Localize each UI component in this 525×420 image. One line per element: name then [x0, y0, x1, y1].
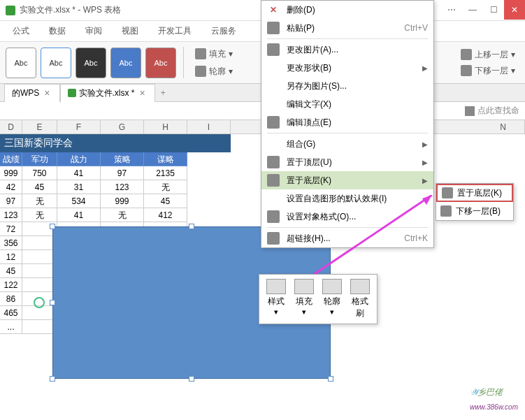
add-tab-button[interactable]: + — [155, 85, 171, 101]
cell[interactable]: ... — [0, 320, 22, 334]
table-title[interactable]: 三国新委同学会 — [0, 134, 231, 152]
cell[interactable]: 122 — [0, 278, 22, 292]
cell[interactable]: 750 — [22, 166, 57, 180]
ctx-paste[interactable]: 粘贴(P)Ctrl+V — [261, 19, 433, 37]
ctx-edit-points[interactable]: 编辑顶点(E) — [261, 113, 433, 131]
cell[interactable]: 356 — [0, 236, 22, 250]
fill-label: 填充 — [209, 48, 226, 60]
ctx-save-as-image[interactable]: 另存为图片(S)... — [261, 77, 433, 95]
outline-button[interactable]: 轮廓 ▾ — [191, 64, 237, 79]
col-E[interactable]: E — [22, 120, 57, 133]
ctx-format-object[interactable]: 设置对象格式(O)... — [261, 208, 433, 226]
hdr-cell[interactable]: 策略 — [101, 152, 144, 166]
delete-icon: ✕ — [267, 3, 280, 16]
cell[interactable]: 123 — [101, 180, 144, 194]
shape-style-4[interactable]: Abc — [110, 48, 141, 78]
col-D[interactable]: D — [0, 120, 22, 133]
hdr-cell[interactable]: 军功 — [22, 152, 57, 166]
resize-handle[interactable] — [189, 224, 194, 229]
fb-fill[interactable]: 填充 ▾ — [290, 277, 318, 321]
maximize-button[interactable]: ☐ — [483, 0, 504, 20]
cell[interactable]: 72 — [0, 222, 22, 236]
fb-style[interactable]: 样式 ▾ — [262, 277, 290, 321]
minimize-button[interactable]: — — [462, 0, 483, 20]
ctx-group[interactable]: 组合(G)▶ — [261, 135, 433, 153]
sub-send-to-back[interactable]: 置于底层(K) — [436, 184, 513, 202]
ctx-bring-to-front[interactable]: 置于顶层(U)▶ — [261, 153, 433, 171]
fill-button[interactable]: 填充 ▾ — [191, 47, 237, 61]
cell[interactable]: 12 — [0, 250, 22, 264]
tab-file[interactable]: 实验文件.xlsx *× — [60, 84, 155, 102]
send-backward-button[interactable]: 下移一层 ▾ — [456, 64, 519, 78]
resize-handle[interactable] — [328, 376, 333, 382]
cell[interactable]: 42 — [0, 180, 22, 194]
tab-close-icon[interactable]: × — [42, 87, 52, 99]
cell[interactable]: 41 — [57, 166, 101, 180]
cell[interactable]: 97 — [101, 166, 144, 180]
bring-forward-button[interactable]: 上移一层 ▾ — [456, 48, 519, 62]
tab-label: 的WPS — [12, 87, 39, 99]
cell[interactable]: 97 — [0, 194, 22, 208]
menu-devtools[interactable]: 开发工具 — [148, 25, 201, 37]
cell[interactable]: 123 — [0, 208, 22, 222]
cell[interactable]: 45 — [22, 180, 57, 194]
spacer — [267, 61, 280, 74]
cell[interactable]: 86 — [0, 292, 22, 306]
ctx-hyperlink[interactable]: 超链接(H)...Ctrl+K — [261, 229, 433, 247]
fb-outline[interactable]: 轮廓 ▾ — [318, 277, 346, 321]
col-G[interactable]: G — [101, 120, 144, 133]
spacer — [267, 80, 280, 92]
cell[interactable]: 412 — [144, 208, 187, 222]
close-button[interactable]: ✕ — [504, 0, 525, 20]
rotate-handle[interactable] — [34, 297, 45, 308]
cell[interactable]: 无 — [22, 194, 57, 208]
context-menu: ✕删除(D) 粘贴(P)Ctrl+V 更改图片(A)... 更改形状(B)▶ 另… — [261, 0, 434, 248]
tab-wps[interactable]: 的WPS× — [4, 84, 60, 102]
cell[interactable]: 465 — [0, 306, 22, 320]
cell[interactable]: 45 — [0, 264, 22, 278]
shape-style-3[interactable]: Abc — [75, 48, 106, 78]
cell[interactable]: 45 — [144, 194, 187, 208]
resize-handle[interactable] — [50, 224, 55, 229]
shape-style-1[interactable]: Abc — [6, 48, 36, 78]
ctx-change-shape[interactable]: 更改形状(B)▶ — [261, 59, 433, 77]
fb-format-painter[interactable]: 格式刷 — [346, 277, 374, 321]
ctx-edit-text[interactable]: 编辑文字(X) — [261, 95, 433, 113]
cell[interactable]: 无 — [101, 208, 144, 222]
ctx-change-image[interactable]: 更改图片(A)... — [261, 41, 433, 59]
col-N[interactable]: N — [482, 120, 525, 133]
overflow-button[interactable]: ⋯ — [441, 0, 462, 20]
shape-style-2[interactable]: Abc — [41, 48, 71, 78]
resize-handle[interactable] — [50, 376, 55, 382]
hdr-cell[interactable]: 战力 — [57, 152, 101, 166]
ctx-send-to-back[interactable]: 置于底层(K)▶ — [261, 171, 433, 189]
menu-formula[interactable]: 公式 — [3, 25, 39, 37]
cell[interactable]: 41 — [57, 208, 101, 222]
resize-handle[interactable] — [189, 376, 194, 382]
col-H[interactable]: H — [144, 120, 187, 133]
hdr-cell[interactable]: 谋略 — [144, 152, 187, 166]
command-hint[interactable]: 点此查找命 — [477, 105, 519, 117]
menu-data[interactable]: 数据 — [39, 25, 75, 37]
ctx-delete[interactable]: ✕删除(D) — [261, 1, 433, 19]
menu-view[interactable]: 视图 — [112, 25, 148, 37]
tab-close-icon[interactable]: × — [138, 87, 148, 99]
cell[interactable]: 2135 — [144, 166, 187, 180]
resize-handle[interactable] — [50, 300, 55, 305]
hdr-cell[interactable]: 战绩 — [0, 152, 22, 166]
menu-review[interactable]: 审阅 — [75, 25, 112, 37]
cell[interactable]: 31 — [57, 180, 101, 194]
cell[interactable]: 无 — [144, 180, 187, 194]
cell[interactable]: 999 — [0, 166, 22, 180]
layer-up-icon — [461, 49, 472, 60]
layer-top-icon — [267, 156, 280, 168]
shape-style-5[interactable]: Abc — [145, 48, 176, 78]
cell[interactable]: 无 — [22, 208, 57, 222]
col-I[interactable]: I — [187, 120, 231, 133]
cell[interactable]: 534 — [57, 194, 101, 208]
menu-cloud[interactable]: 云服务 — [201, 25, 246, 37]
cell[interactable]: 999 — [101, 194, 144, 208]
col-F[interactable]: F — [57, 120, 101, 133]
sub-send-backward[interactable]: 下移一层(B) — [436, 202, 513, 220]
ctx-set-default[interactable]: 设置自选图形的默认效果(I) — [261, 189, 433, 208]
